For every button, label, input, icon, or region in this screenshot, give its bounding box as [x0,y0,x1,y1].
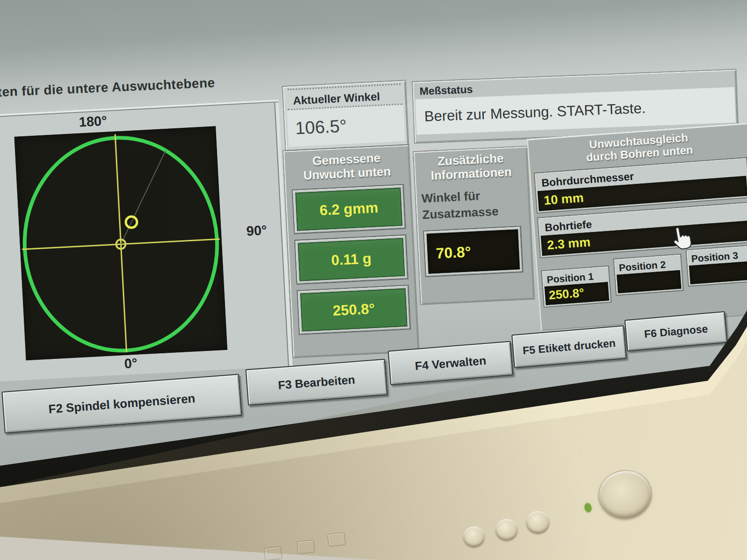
additional-info-panel: Zusätzliche Informationen Winkel für Zus… [414,147,534,304]
current-angle-value: 106.5° [287,105,405,147]
polar-label-0: 0° [124,356,137,371]
unbalance-angle-display: 250.8° [298,286,410,334]
additional-info-title: Zusätzliche Informationen [414,147,528,183]
current-angle-box: Aktueller Winkel 106.5° [283,81,408,151]
added-mass-angle-label: Winkel für Zusatzmasse [421,185,530,223]
position-2-value [617,270,682,293]
position-1-box[interactable]: Position 1 250.8° [542,266,611,307]
drill-correction-panel: Unwuchtausgleich durch Bohren unten Bohr… [527,123,747,331]
position-1-value: 250.8° [544,282,609,305]
position-2-box[interactable]: Position 2 [614,254,683,294]
polar-label-180: 180° [78,113,107,130]
angle-vector-line [116,151,170,244]
position-3-box[interactable]: Position 3 [686,245,747,286]
drill-positions-row: Position 1 250.8° Position 2 Position 3 [542,249,747,300]
polar-display-graphic [14,126,228,360]
monitor-adjust-button-2[interactable] [495,519,518,540]
measured-unbalance-title: Gemessene Unwucht unten [283,145,410,183]
unbalance-moment-display: 6.2 gmm [293,185,405,233]
bezel-emboss-icon [327,532,346,547]
crt-monitor-photo: ten für die untere Auswuchtebene 180° 90… [0,0,747,560]
monitor-adjust-button-3[interactable] [526,511,550,533]
hand-pointer-icon [666,224,695,255]
polar-label-90: 90° [246,223,268,239]
bezel-emboss-icon [296,539,316,554]
monitor-adjust-button-1[interactable] [463,526,485,547]
measured-unbalance-panel: Gemessene Unwucht unten 6.2 gmm 0.11 g 2… [283,145,418,357]
polar-display-panel: 180° 90° 0° [0,99,293,381]
bezel-emboss-icon [264,546,283,560]
added-mass-angle-display: 70.8° [424,227,522,276]
drill-diameter-field[interactable]: Bohrdurchmesser 10 mm [535,158,747,212]
unbalance-mass-display: 0.11 g [295,236,407,284]
polar-display [14,126,228,360]
